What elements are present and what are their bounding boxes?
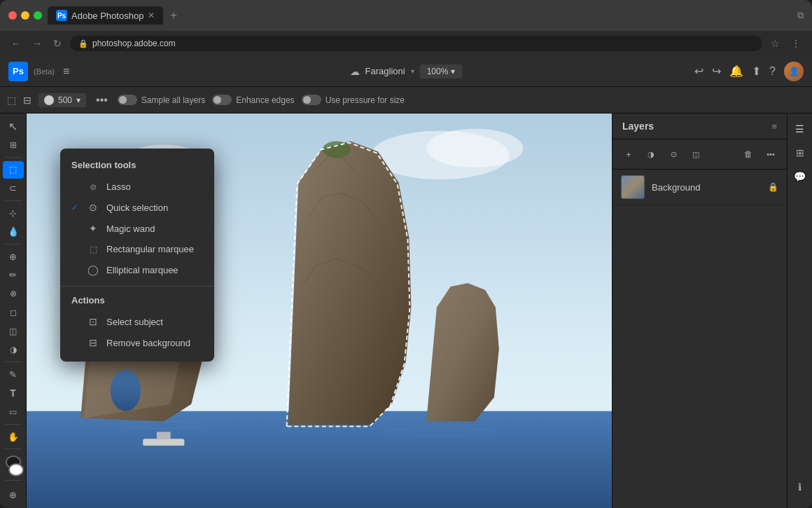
brush-dot <box>44 95 54 105</box>
crop-tool-button[interactable]: ⊹ <box>3 205 24 222</box>
browser-more-button[interactable]: ⋮ <box>788 36 804 50</box>
minimize-window-button[interactable] <box>21 11 29 20</box>
select-subject-label: Select subject <box>106 317 163 327</box>
move-tool-button[interactable]: ↖ <box>3 118 24 135</box>
browser-controls: ← → ↻ 🔒 photoshop.adobe.com ☆ ⋮ <box>0 31 812 56</box>
lock-icon: 🔒 <box>78 39 88 48</box>
dodge-tool-button[interactable]: ◑ <box>3 341 24 359</box>
magic-wand-menu-item[interactable]: ✦ Magic wand <box>60 218 214 239</box>
url-text: photoshop.adobe.com <box>92 39 176 48</box>
lasso-tool-menu-item[interactable]: ⌾ Lasso <box>60 176 214 197</box>
brush-size-value: 500 <box>58 95 72 105</box>
toolbar-separator-4 <box>5 362 22 362</box>
background-layer-item[interactable]: Background 🔒 <box>612 170 787 205</box>
sample-all-layers-label: Sample all layers <box>141 95 205 105</box>
sample-all-layers-switch[interactable] <box>118 95 137 105</box>
canvas-area[interactable]: Selection tools ⌾ Lasso ✓ ⊙ Quick select… <box>27 114 612 508</box>
shape-tool-button[interactable]: ▭ <box>3 403 24 420</box>
layers-panel-toggle[interactable]: ☰ <box>790 119 810 139</box>
panel-header-icons: ≡ <box>771 121 777 132</box>
browser-chrome: Ps Adobe Photoshop ✕ + ⧉ ← → ↻ 🔒 photosh… <box>0 0 812 56</box>
right-panel: Layers ≡ + ◑ ⊙ ◫ 🗑 ••• Background 🔒 <box>612 114 787 508</box>
popup-section-title: Selection tools <box>60 157 214 176</box>
background-color-swatch[interactable] <box>8 463 24 476</box>
lasso-tool-button[interactable]: ⊂ <box>3 180 24 198</box>
delete-layer-button[interactable]: 🗑 <box>739 145 757 163</box>
gradient-tool-button[interactable]: ◫ <box>3 322 24 340</box>
selection-add-icon[interactable]: ⬚ <box>7 95 16 106</box>
zoom-level-button[interactable]: 100% ▾ <box>420 64 463 78</box>
clone-tool-button[interactable]: ⊗ <box>3 285 24 303</box>
rectangular-marquee-label: Rectangular marquee <box>106 244 194 254</box>
elliptical-marquee-menu-item[interactable]: ◯ Elliptical marquee <box>60 259 214 280</box>
remove-background-menu-item[interactable]: ⊟ Remove background <box>60 332 214 353</box>
undo-button[interactable]: ↩ <box>694 64 704 78</box>
popup-actions-title: Actions <box>60 292 214 311</box>
redo-button[interactable]: ↪ <box>712 64 721 78</box>
enhance-edges-switch[interactable] <box>212 95 232 105</box>
maximize-window-button[interactable] <box>34 11 42 20</box>
layer-lock-icon: 🔒 <box>768 182 778 192</box>
adjustments-panel-toggle[interactable]: ⊞ <box>790 143 810 163</box>
refresh-button[interactable]: ↻ <box>50 36 64 50</box>
tool-more-button[interactable]: ••• <box>93 94 111 107</box>
svg-point-8 <box>111 369 141 411</box>
new-tab-button[interactable]: + <box>164 6 182 25</box>
remove-background-label: Remove background <box>106 338 190 348</box>
tool-options-bar: ⬚ ⊟ 500 ▾ ••• Sample all layers Enhance … <box>0 87 812 114</box>
hamburger-menu-button[interactable]: ≡ <box>63 65 69 78</box>
file-name-dropdown[interactable]: ▾ <box>411 67 414 75</box>
properties-panel-toggle[interactable]: ℹ <box>790 477 810 497</box>
rectangular-marquee-menu-item[interactable]: ⬚ Rectangular marquee <box>60 239 214 259</box>
layer-name: Background <box>652 182 761 193</box>
selection-subtract-icon[interactable]: ⊟ <box>23 95 31 106</box>
adjustment-layer-button[interactable]: ◑ <box>642 145 660 163</box>
comments-panel-toggle[interactable]: 💬 <box>790 167 810 186</box>
pen-tool-button[interactable]: ✎ <box>3 366 24 383</box>
left-toolbar: ↖ ⊞ ⬚ ⊂ ⊹ 💧 ⊕ ✏ ⊗ ◻ ◫ ◑ ✎ T ▭ ✋ ⊕ <box>0 114 27 508</box>
toolbar-separator-1 <box>5 157 22 158</box>
eraser-tool-button[interactable]: ◻ <box>3 304 24 322</box>
toolbar-separator-6 <box>5 448 22 449</box>
layer-thumbnail <box>621 175 645 199</box>
topbar-center: ☁ Faraglioni ▾ 100% ▾ <box>350 64 463 78</box>
back-button[interactable]: ← <box>8 36 24 50</box>
avatar[interactable]: 👤 <box>784 62 804 81</box>
brush-tool-button[interactable]: ✏ <box>3 266 24 284</box>
tab-close-button[interactable]: ✕ <box>148 11 155 20</box>
select-subject-menu-item[interactable]: ⊡ Select subject <box>60 311 214 332</box>
enhance-edges-label: Enhance edges <box>236 95 294 105</box>
group-layer-button[interactable]: ◫ <box>687 145 705 163</box>
layer-more-button[interactable]: ••• <box>762 145 780 163</box>
help-button[interactable]: ? <box>769 65 776 78</box>
panel-more-icon[interactable]: ≡ <box>771 121 777 132</box>
notifications-icon[interactable]: 🔔 <box>729 64 743 78</box>
artboard-tool-button[interactable]: ⊞ <box>3 137 24 154</box>
quick-selection-icon: ⊙ <box>87 202 99 213</box>
selection-tool-button[interactable]: ⬚ <box>3 161 24 179</box>
mask-layer-button[interactable]: ⊙ <box>664 145 682 163</box>
svg-rect-5 <box>27 411 612 508</box>
extensions-icon[interactable]: ⧉ <box>797 10 804 21</box>
lasso-label: Lasso <box>106 181 131 192</box>
address-bar[interactable]: 🔒 photoshop.adobe.com <box>70 36 762 51</box>
bookmark-button[interactable]: ☆ <box>768 36 783 50</box>
new-layer-button[interactable]: + <box>620 145 638 163</box>
zoom-tool-button[interactable]: ⊕ <box>3 486 24 504</box>
toolbar-separator-7 <box>5 480 22 481</box>
tab-title: Adobe Photoshop <box>71 11 144 21</box>
toolbar-separator-5 <box>5 424 22 425</box>
quick-selection-menu-item[interactable]: ✓ ⊙ Quick selection <box>60 197 214 218</box>
use-pressure-switch[interactable] <box>302 95 321 105</box>
hand-tool-button[interactable]: ✋ <box>3 428 24 446</box>
type-tool-button[interactable]: T <box>3 385 24 402</box>
brush-size-button[interactable]: 500 ▾ <box>38 93 86 107</box>
healing-tool-button[interactable]: ⊕ <box>3 248 24 266</box>
layer-thumb-image <box>622 176 644 198</box>
share-button[interactable]: ⬆ <box>752 64 761 78</box>
close-window-button[interactable] <box>8 11 17 20</box>
forward-button[interactable]: → <box>29 36 45 50</box>
active-tab[interactable]: Ps Adobe Photoshop ✕ <box>48 6 163 25</box>
elliptical-marquee-icon: ◯ <box>87 264 99 275</box>
eyedropper-tool-button[interactable]: 💧 <box>3 224 24 241</box>
